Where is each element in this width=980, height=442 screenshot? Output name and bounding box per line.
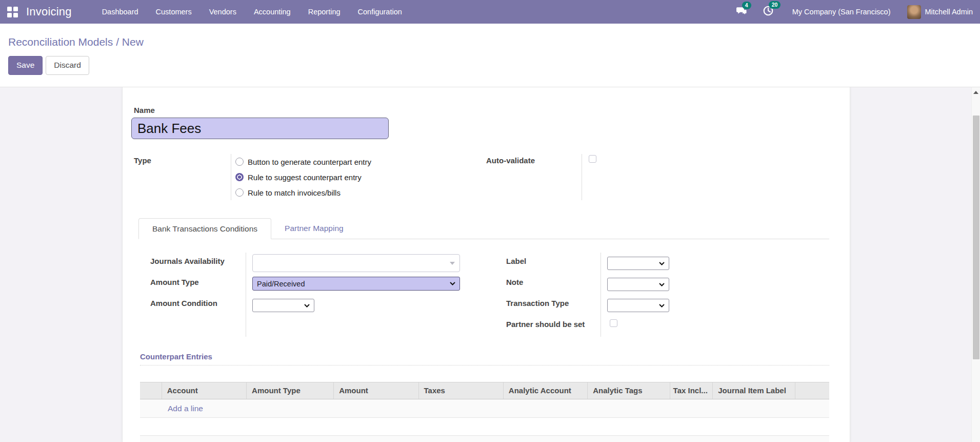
radio-icon-selected[interactable] bbox=[235, 173, 244, 181]
menu-configuration[interactable]: Configuration bbox=[349, 1, 411, 23]
amount-type-label: Amount Type bbox=[150, 274, 246, 295]
user-avatar[interactable] bbox=[907, 5, 921, 19]
tab-bank-transactions-conditions[interactable]: Bank Transactions Conditions bbox=[138, 218, 271, 239]
table-row: Add a line bbox=[140, 399, 829, 418]
partner-should-be-set-checkbox[interactable] bbox=[610, 319, 617, 327]
save-button[interactable]: Save bbox=[8, 56, 43, 75]
control-panel: Reconciliation Models / New Save Discard bbox=[0, 24, 980, 87]
type-field-label: Type bbox=[131, 154, 231, 200]
note-select[interactable] bbox=[607, 278, 669, 291]
name-input[interactable]: Bank Fees bbox=[131, 118, 389, 139]
top-menu: Dashboard Customers Vendors Accounting R… bbox=[93, 1, 411, 23]
breadcrumb-current: New bbox=[122, 36, 144, 48]
radio-rule-suggest-counterpart[interactable]: Rule to suggest counterpart entry bbox=[235, 169, 486, 185]
scrollbar-thumb[interactable] bbox=[973, 116, 979, 359]
column-amount[interactable]: Amount bbox=[334, 382, 418, 399]
journals-availability-input[interactable] bbox=[252, 254, 460, 272]
activities-badge: 20 bbox=[769, 1, 781, 9]
column-journal-item-label[interactable]: Journal Item Label bbox=[713, 382, 795, 399]
breadcrumb: Reconciliation Models / New bbox=[8, 36, 972, 48]
top-navbar: Invoicing Dashboard Customers Vendors Ac… bbox=[0, 0, 980, 24]
content-area: Name Bank Fees Type Button to generate c… bbox=[0, 87, 980, 442]
radio-rule-match-invoices[interactable]: Rule to match invoices/bills bbox=[235, 185, 486, 200]
counterpart-entries-heading: Counterpart Entries bbox=[140, 352, 829, 366]
menu-customers[interactable]: Customers bbox=[147, 1, 201, 23]
form-sheet: Name Bank Fees Type Button to generate c… bbox=[122, 87, 850, 442]
label-field-label: Label bbox=[506, 253, 601, 274]
amount-condition-select[interactable] bbox=[252, 299, 314, 312]
column-analytic-tags[interactable]: Analytic Tags bbox=[588, 382, 670, 399]
partner-should-be-set-label: Partner should be set bbox=[506, 316, 601, 337]
chevron-down-icon bbox=[659, 283, 665, 286]
apps-menu-icon[interactable] bbox=[7, 7, 18, 17]
column-tax-included[interactable]: Tax Incl... bbox=[670, 382, 713, 399]
chevron-down-icon bbox=[450, 282, 455, 285]
table-header-row: Account Amount Type Amount Taxes Analyti… bbox=[140, 382, 829, 399]
activities-clock-icon[interactable]: 20 bbox=[763, 5, 774, 18]
user-menu[interactable]: Mitchell Admin bbox=[925, 8, 973, 16]
transaction-type-select[interactable] bbox=[607, 299, 669, 312]
menu-dashboard[interactable]: Dashboard bbox=[93, 1, 147, 23]
scroll-up-arrow-icon[interactable] bbox=[973, 91, 978, 94]
tab-partner-mapping[interactable]: Partner Mapping bbox=[271, 218, 357, 239]
drag-handle-column bbox=[140, 382, 162, 399]
breadcrumb-parent[interactable]: Reconciliation Models bbox=[8, 36, 113, 48]
name-input-value: Bank Fees bbox=[137, 121, 201, 137]
radio-icon[interactable] bbox=[235, 188, 244, 197]
counterpart-entries-table: Account Amount Type Amount Taxes Analyti… bbox=[140, 382, 829, 442]
transaction-type-label: Transaction Type bbox=[506, 295, 601, 316]
amount-type-select[interactable]: Paid/Received bbox=[252, 277, 460, 291]
menu-accounting[interactable]: Accounting bbox=[245, 1, 299, 23]
table-row bbox=[140, 436, 829, 442]
menu-vendors[interactable]: Vendors bbox=[201, 1, 245, 23]
messages-icon[interactable]: 4 bbox=[736, 6, 747, 18]
name-field-label: Name bbox=[134, 106, 839, 114]
chevron-down-icon bbox=[304, 304, 310, 308]
messages-badge: 4 bbox=[742, 2, 751, 9]
notebook-tabs: Bank Transactions Conditions Partner Map… bbox=[138, 218, 829, 239]
amount-condition-label: Amount Condition bbox=[150, 295, 246, 316]
label-select[interactable] bbox=[607, 257, 669, 270]
column-analytic-account[interactable]: Analytic Account bbox=[504, 382, 588, 399]
breadcrumb-separator: / bbox=[116, 36, 119, 48]
chevron-down-icon bbox=[659, 304, 665, 308]
company-switcher[interactable]: My Company (San Francisco) bbox=[792, 8, 891, 16]
radio-icon[interactable] bbox=[235, 158, 244, 166]
column-account[interactable]: Account bbox=[162, 382, 247, 399]
discard-button[interactable]: Discard bbox=[46, 56, 89, 75]
type-radio-group: Button to generate counterpart entry Rul… bbox=[231, 154, 486, 200]
app-title[interactable]: Invoicing bbox=[26, 5, 72, 18]
add-a-line-link[interactable]: Add a line bbox=[168, 404, 203, 413]
menu-reporting[interactable]: Reporting bbox=[299, 1, 349, 23]
note-field-label: Note bbox=[506, 274, 601, 295]
table-row bbox=[140, 418, 829, 436]
radio-button-generate-counterpart[interactable]: Button to generate counterpart entry bbox=[235, 154, 486, 169]
journals-availability-label: Journals Availability bbox=[150, 253, 246, 274]
auto-validate-label: Auto-validate bbox=[486, 154, 582, 200]
column-amount-type[interactable]: Amount Type bbox=[247, 382, 334, 399]
vertical-scrollbar[interactable] bbox=[971, 87, 980, 442]
column-taxes[interactable]: Taxes bbox=[419, 382, 504, 399]
column-actions bbox=[795, 382, 829, 399]
chevron-down-icon bbox=[659, 262, 665, 265]
auto-validate-checkbox[interactable] bbox=[589, 155, 596, 163]
dropdown-caret-icon bbox=[450, 262, 455, 265]
